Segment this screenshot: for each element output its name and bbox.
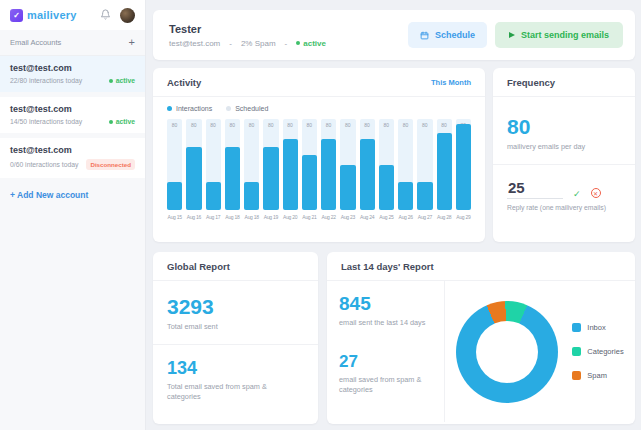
interactions-bar: [263, 147, 278, 210]
interactions-bar: [186, 147, 201, 210]
x-axis-label: Aug 28: [437, 214, 452, 220]
column-max-label: 80: [360, 122, 375, 128]
column-max-label: 80: [302, 122, 317, 128]
chart-column: 80: [379, 119, 394, 210]
chart-column: 80: [244, 119, 259, 210]
account-item[interactable]: test@test.com 14/50 interactions today a…: [0, 97, 145, 133]
account-email: test@test.com: [10, 63, 135, 73]
account-summary-card: Tester test@test.com - 2% Spam - active …: [153, 10, 635, 60]
interactions-bar: [398, 182, 413, 210]
interactions-bar: [225, 147, 240, 210]
account-item[interactable]: test@test.com 22/80 interactions today a…: [0, 56, 145, 92]
column-max-label: 80: [206, 122, 221, 128]
separator: -: [285, 39, 288, 48]
add-new-account-link[interactable]: + Add New account: [0, 190, 145, 200]
x-axis-label: Aug 23: [340, 214, 355, 220]
total-saved-value: 134: [167, 358, 304, 379]
chart-column: 80: [206, 119, 221, 210]
x-axis-label: Aug 18: [225, 214, 240, 220]
confirm-check-icon[interactable]: ✓: [573, 189, 581, 199]
spam-legend-swatch: [572, 371, 581, 380]
x-axis-label: Aug 17: [206, 214, 221, 220]
account-item[interactable]: test@test.com 0/60 interactions today Di…: [0, 138, 145, 178]
frequency-title: Frequency: [507, 77, 555, 88]
cancel-circle-icon[interactable]: ✕: [591, 188, 601, 198]
x-axis-labels: Aug 15Aug 16Aug 17Aug 18Aug 18Aug 19Aug …: [153, 210, 485, 220]
interactions-bar: [417, 182, 432, 210]
column-max-label: 80: [340, 122, 355, 128]
x-axis-label: Aug 22: [321, 214, 336, 220]
column-max-label: 80: [398, 122, 413, 128]
x-axis-label: Aug 21: [302, 214, 317, 220]
x-axis-label: Aug 20: [283, 214, 298, 220]
user-avatar[interactable]: [120, 8, 135, 23]
interactions-legend-dot: [167, 106, 172, 111]
column-max-label: 80: [186, 122, 201, 128]
schedule-button[interactable]: Schedule: [408, 22, 487, 48]
column-max-label: 80: [225, 122, 240, 128]
column-max-label: 80: [417, 122, 432, 128]
donut-legend: Inbox Categories Spam: [572, 323, 623, 380]
account-interactions: 14/50 interactions today: [10, 118, 82, 125]
chart-column: 80: [456, 119, 471, 210]
chart-legend: Interactions Scheduled: [153, 97, 485, 114]
column-max-label: 80: [244, 122, 259, 128]
legend-label-scheduled: Scheduled: [235, 105, 268, 112]
status-dot: [109, 79, 113, 83]
email-accounts-label: Email Accounts: [10, 38, 61, 47]
interactions-bar: [167, 182, 182, 210]
chart-column: 80: [186, 119, 201, 210]
notifications-bell-icon[interactable]: [100, 6, 111, 24]
frequency-card: Frequency 80 mailivery emails per day ✓ …: [493, 68, 635, 242]
play-icon: [509, 32, 515, 38]
inbox-legend-swatch: [572, 323, 581, 332]
reply-rate-label: Reply rate (one mailivery emails): [507, 204, 621, 211]
chart-column: 80: [283, 119, 298, 210]
email-accounts-header: Email Accounts +: [0, 30, 145, 56]
total-saved-label: Total email saved from spam & categories: [167, 382, 267, 402]
chart-column: 80: [225, 119, 240, 210]
sidebar: ✓ mailivery Email Accounts + test@test.c…: [0, 0, 146, 430]
status-dot: [109, 120, 113, 124]
brand-logo[interactable]: ✓ mailivery: [10, 9, 100, 22]
chart-column: 80: [263, 119, 278, 210]
x-axis-label: Aug 15: [167, 214, 182, 220]
scheduled-legend-dot: [226, 106, 231, 111]
interactions-bar: [340, 165, 355, 211]
period-selector-link[interactable]: This Month: [431, 78, 471, 87]
main-content: Tester test@test.com - 2% Spam - active …: [146, 0, 641, 430]
interactions-bar: [456, 124, 471, 210]
interactions-bar: [206, 182, 221, 210]
x-axis-label: Aug 24: [360, 214, 375, 220]
schedule-label: Schedule: [435, 30, 475, 40]
column-max-label: 80: [283, 122, 298, 128]
column-max-label: 80: [379, 122, 394, 128]
interactions-bar: [360, 139, 375, 210]
account-interactions: 0/60 interactions today: [10, 161, 78, 168]
sent-14d-label: email sent the last 14 days: [339, 318, 432, 328]
divider: [153, 344, 318, 345]
status-badge: active: [296, 39, 326, 48]
account-status-badge: active: [109, 118, 135, 125]
account-status-badge: active: [109, 77, 135, 84]
status-text: active: [303, 39, 326, 48]
chart-column: 80: [398, 119, 413, 210]
legend-label-inbox: Inbox: [587, 323, 605, 332]
x-axis-label: Aug 18: [244, 214, 259, 220]
start-sending-button[interactable]: Start sending emails: [495, 22, 623, 48]
activity-title: Activity: [167, 77, 201, 88]
brand-name: mailivery: [27, 9, 77, 21]
saved-14d-value: 27: [339, 352, 432, 372]
reply-rate-input[interactable]: [507, 179, 563, 199]
spam-rate: 2% Spam: [241, 39, 276, 48]
add-account-plus-icon[interactable]: +: [129, 37, 135, 48]
legend-label-interactions: Interactions: [176, 105, 212, 112]
divider: [493, 164, 635, 165]
column-max-label: 80: [167, 122, 182, 128]
interactions-bar: [379, 165, 394, 211]
x-axis-label: Aug 19: [263, 214, 278, 220]
x-axis-label: Aug 16: [186, 214, 201, 220]
brand-logo-icon: ✓: [10, 9, 23, 22]
x-axis-label: Aug 26: [398, 214, 413, 220]
chart-column: 80: [437, 119, 452, 210]
